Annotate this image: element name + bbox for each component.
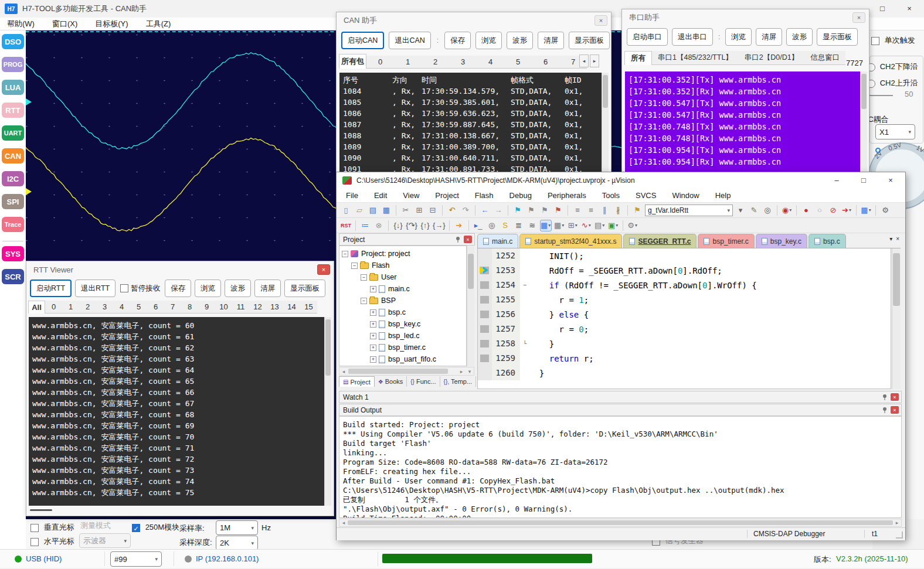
rtt-button-启动RTT[interactable]: 启动RTT (30, 280, 72, 297)
editor-tab-bsp_key.c[interactable]: bsp_key.c (756, 234, 807, 248)
code-line[interactable]: 1253 RdOff = _SEGGER_RTT.aDown[0].RdOff; (478, 263, 891, 278)
can-tab-1[interactable]: 1 (394, 56, 422, 69)
code-margin[interactable] (478, 292, 492, 307)
rtt-button-波形[interactable]: 波形 (225, 280, 251, 297)
review-icon[interactable]: ⊗ (373, 220, 385, 231)
scroll-left-icon[interactable]: ◂ (340, 368, 347, 374)
build-output-hscrollbar[interactable]: ◂ ▸ (339, 519, 902, 527)
indent-right-icon[interactable]: ≡ (585, 205, 597, 216)
find-icon[interactable]: ◉▾ (781, 205, 793, 216)
rtt-tab-6[interactable]: 6 (147, 301, 164, 314)
serial-button-波形[interactable]: 波形 (786, 28, 813, 46)
comment-selection-icon[interactable]: ∥ (599, 205, 610, 216)
save-icon[interactable]: ▤ (367, 205, 379, 216)
can-button-保存[interactable]: 保存 (444, 32, 471, 49)
uvision-menu-peripherals[interactable]: Peripherals (545, 190, 589, 201)
step-into-icon[interactable]: {↓} (392, 220, 404, 231)
can-table-scrollbar[interactable] (602, 73, 609, 172)
tab-scroll-right-button[interactable]: ▸ (590, 54, 599, 67)
window-layout-icon[interactable]: ▦▾ (860, 205, 872, 216)
rtt-button-清屏[interactable]: 清屏 (254, 280, 281, 297)
rtt-tab-1[interactable]: 1 (62, 301, 79, 314)
run-to-line-icon[interactable]: ➔▾ (841, 205, 852, 216)
uvision-minimize-button[interactable]: – (823, 172, 850, 188)
menu-item[interactable]: 工具(Z) (144, 18, 174, 30)
code-line[interactable]: 1257 r = 0; (478, 322, 891, 336)
can-tab-所有包[interactable]: 所有包 (339, 54, 366, 69)
code-line[interactable]: 1255 r = 1; (478, 292, 891, 307)
uvision-menu-file[interactable]: File (344, 190, 361, 201)
can-button-启动CAN[interactable]: 启动CAN (341, 32, 384, 49)
sample-depth-dropdown[interactable]: 2K ▾ (216, 536, 258, 550)
disassembly-window-icon[interactable]: ≣ (513, 220, 525, 231)
call-stack-window-icon[interactable]: ≋ (526, 220, 538, 231)
rtt-tab-8[interactable]: 8 (181, 301, 198, 314)
tree-item-bsp-led-c[interactable]: +bsp_led.c (342, 330, 466, 342)
find-window-icon[interactable]: ◎ (486, 220, 498, 231)
uvision-menu-edit[interactable]: Edit (372, 190, 389, 201)
uvision-menu-flash[interactable]: Flash (473, 190, 496, 201)
uvision-maximize-button[interactable]: □ (850, 172, 877, 188)
tree-item-bsp-timer-c[interactable]: +bsp_timer.c (342, 342, 466, 353)
project-tree[interactable]: −Project: project−Flash−User+main.c−BSP+… (339, 246, 467, 366)
bookmark-toggle-icon[interactable]: ⚑ (512, 205, 524, 216)
can-button-退出CAN[interactable]: 退出CAN (389, 32, 430, 49)
disable-breakpoint-icon[interactable]: ○ (814, 205, 826, 216)
sidebar-item-sys[interactable]: SYS (2, 246, 24, 261)
sample-rate-dropdown[interactable]: 1M ▾ (216, 520, 258, 535)
single-trigger-checkbox[interactable]: 单次触发 (871, 35, 915, 46)
tree-item-user[interactable]: −User (342, 271, 466, 283)
show-next-statement-icon[interactable]: ≔ (359, 220, 371, 231)
uvision-menu-help[interactable]: Help (713, 190, 733, 201)
fold-marker-icon[interactable]: └ (520, 340, 529, 347)
tree-expander-icon[interactable]: + (370, 321, 376, 328)
code-margin[interactable] (478, 336, 492, 351)
can-tab-4[interactable]: 4 (477, 56, 504, 69)
rtt-tab-3[interactable]: 3 (96, 301, 113, 314)
code-margin[interactable] (478, 351, 492, 366)
ip-status-label[interactable]: IP (192.168.0.101) (196, 554, 259, 563)
watch-window-icon[interactable]: ▦▾ (540, 220, 552, 231)
tree-expander-icon[interactable]: + (370, 345, 376, 351)
serial-button-退出串口[interactable]: 退出串口 (672, 28, 713, 46)
bookmark-next-icon[interactable]: ⚑ (525, 205, 537, 216)
redo-icon[interactable]: ↷ (460, 205, 471, 216)
serial-close-icon[interactable]: × (852, 12, 865, 23)
can-message-table[interactable]: 序号方向时间帧格式帧ID1084, Rx,17:30:59.134.579,ST… (339, 73, 602, 172)
serial-tab-串口2【D0/D1】[interactable]: 串口2【D0/D1】 (739, 51, 804, 65)
rtt-tab-5[interactable]: 5 (130, 301, 147, 314)
code-line[interactable]: 1254− if (RdOff != _SEGGER_RTT.aDown[0].… (478, 278, 891, 292)
rtt-tab-4[interactable]: 4 (113, 301, 130, 314)
tree-expander-icon[interactable]: + (370, 309, 376, 316)
menu-item[interactable]: 目标板(Y) (93, 18, 130, 30)
rtt-tab-0[interactable]: 0 (45, 301, 62, 314)
panel-tab-books[interactable]: ❖Books (375, 376, 407, 387)
horizontal-cursor-checkbox[interactable]: 水平光标 (30, 536, 74, 547)
step-over-icon[interactable]: {↷} (406, 220, 417, 231)
sidebar-item-scr[interactable]: SCR (2, 269, 24, 284)
combo-apply-icon[interactable]: ▾ (735, 205, 746, 216)
paste-icon[interactable]: ⊟ (427, 205, 439, 216)
rtt-tab-13[interactable]: 13 (266, 301, 283, 314)
step-out-icon[interactable]: {↑} (419, 220, 431, 231)
code-margin[interactable] (478, 248, 492, 263)
can-tab-3[interactable]: 3 (449, 56, 477, 69)
editor-tab-main.c[interactable]: main.c (477, 234, 518, 248)
can-tab-5[interactable]: 5 (504, 56, 532, 69)
can-close-icon[interactable]: × (595, 15, 607, 26)
serial-button-清屏[interactable]: 清屏 (756, 28, 782, 46)
rtt-tab-7[interactable]: 7 (164, 301, 181, 314)
rtt-scrollbar[interactable] (324, 317, 331, 506)
fold-marker-icon[interactable]: − (520, 282, 529, 288)
table-row[interactable]: 1086, Rx,17:30:59.636.623,STD,DATA,0x1, (343, 108, 602, 119)
uvision-menu-debug[interactable]: Debug (507, 190, 534, 201)
table-row[interactable]: 1085, Rx,17:30:59.385.601,STD,DATA,0x1, (343, 97, 602, 108)
configure-icon[interactable]: ⚙ (879, 205, 891, 216)
navigate-forward-icon[interactable]: → (492, 205, 504, 216)
sidebar-item-can[interactable]: CAN (2, 148, 24, 163)
bookmark-clear-icon[interactable]: ⚑ (552, 205, 564, 216)
uvision-menu-window[interactable]: Window (670, 190, 701, 201)
uvision-close-button[interactable]: × (877, 172, 904, 188)
uvision-menu-tools[interactable]: Tools (600, 190, 622, 201)
code-line[interactable]: 1256 } else { (478, 307, 891, 322)
